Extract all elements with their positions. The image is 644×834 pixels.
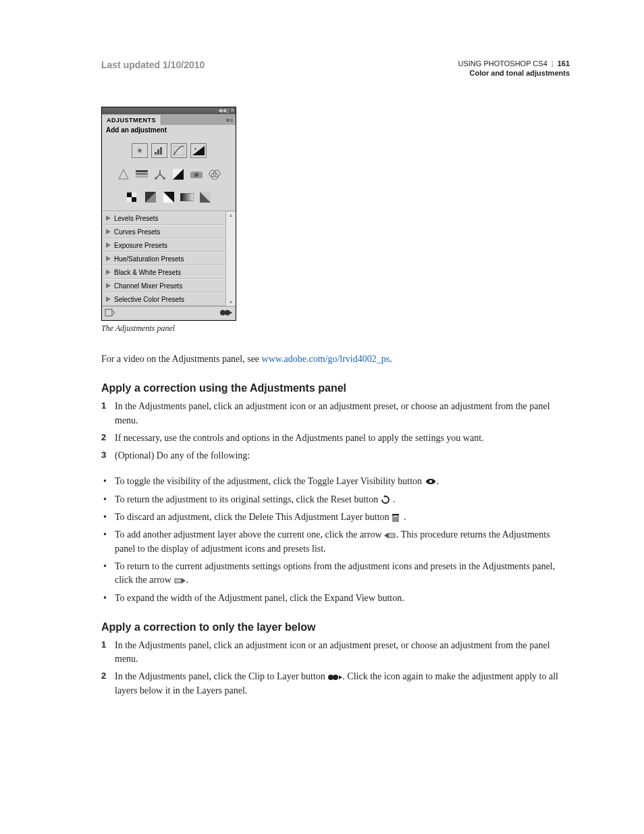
figure-caption: The Adjustments panel: [101, 323, 570, 334]
scrollbar: ▴ ▾: [225, 211, 236, 306]
photo-filter-icon: [189, 167, 204, 181]
forward-arrow-icon: [173, 575, 186, 585]
selective-color-icon: [198, 190, 213, 204]
preset-row: Selective Color Presets: [102, 292, 225, 306]
vibrance-icon: [116, 167, 131, 181]
panel-menu-icon: ▾≡: [223, 115, 236, 125]
svg-rect-19: [127, 192, 132, 197]
eye-icon: [425, 477, 437, 486]
black-white-icon: [171, 167, 186, 181]
svg-rect-22: [132, 197, 136, 202]
back-arrow-icon: [384, 530, 396, 540]
preset-row: Levels Presets: [102, 211, 225, 225]
step-item: In the Adjustments panel, click an adjus…: [101, 639, 570, 667]
svg-marker-35: [106, 283, 111, 288]
svg-point-10: [155, 177, 157, 180]
close-icon: ✕: [230, 108, 235, 113]
svg-rect-8: [136, 173, 148, 175]
svg-rect-9: [136, 176, 148, 178]
invert-icon: [125, 190, 140, 204]
svg-marker-31: [106, 229, 111, 234]
svg-rect-27: [180, 193, 194, 201]
bullet-item: To return to the current adjustments set…: [101, 560, 570, 588]
svg-marker-30: [106, 215, 111, 221]
svg-point-39: [225, 310, 230, 315]
svg-point-11: [163, 177, 165, 180]
clip-icon: [327, 672, 342, 681]
svg-rect-3: [173, 146, 184, 155]
video-link[interactable]: www.adobe.com/go/lrvid4002_ps: [262, 354, 390, 364]
svg-rect-2: [160, 147, 162, 155]
step-item: In the Adjustments panel, click the Clip…: [101, 670, 570, 698]
product-name: USING PHOTOSHOP CS4: [458, 59, 547, 68]
reset-icon: [381, 495, 393, 504]
svg-rect-37: [105, 309, 112, 316]
levels-icon: [151, 143, 167, 158]
scroll-up-icon: ▴: [226, 212, 236, 218]
hue-saturation-icon: [134, 167, 149, 181]
svg-rect-7: [136, 170, 148, 172]
step-item: In the Adjustments panel, click an adjus…: [101, 400, 570, 427]
svg-marker-42: [383, 495, 385, 498]
section-heading: Apply a correction to only the layer bel…: [101, 621, 570, 633]
section-heading: Apply a correction using the Adjustments…: [101, 382, 570, 394]
svg-rect-44: [392, 514, 399, 515]
section-name: Color and tonal adjustments: [458, 69, 570, 77]
panel-heading: Add an adjustment: [102, 125, 236, 135]
svg-marker-6: [119, 170, 128, 179]
intro-text: For a video on the Adjustments panel, se…: [101, 353, 570, 366]
divider-icon: |: [227, 108, 229, 113]
panel-tab: ADJUSTMENTS: [102, 115, 161, 125]
svg-point-53: [333, 675, 338, 680]
posterize-icon: [143, 190, 158, 204]
preset-row: Black & White Presets: [102, 265, 225, 279]
svg-marker-32: [106, 242, 111, 248]
channel-mixer-icon: [207, 167, 222, 181]
svg-rect-49: [388, 533, 395, 538]
curves-icon: [171, 143, 187, 158]
svg-rect-20: [132, 192, 136, 197]
svg-text:+: +: [194, 146, 197, 152]
clip-to-layer-icon: [219, 309, 233, 318]
collapse-icon: ◀◀: [218, 108, 226, 113]
bullet-item: To toggle the visibility of the adjustme…: [101, 475, 570, 488]
svg-rect-50: [175, 579, 182, 583]
preset-row: Channel Mixer Presets: [102, 279, 225, 292]
brightness-contrast-icon: ☀: [132, 143, 148, 158]
threshold-icon: [161, 190, 176, 204]
svg-marker-36: [106, 296, 111, 302]
svg-rect-21: [127, 197, 132, 202]
step-item: If necessary, use the controls and optio…: [101, 432, 570, 445]
gradient-map-icon: [180, 190, 194, 204]
preset-row: Exposure Presets: [102, 238, 225, 252]
svg-point-41: [429, 480, 432, 483]
bullet-item: To add another adjustment layer above th…: [101, 528, 570, 556]
page-number: 161: [558, 59, 570, 68]
exposure-icon: +: [190, 143, 207, 158]
svg-rect-1: [157, 149, 159, 155]
bullet-item: To return the adjustment to its original…: [101, 493, 570, 506]
bullet-item: To expand the width of the Adjustment pa…: [101, 592, 570, 605]
expand-view-icon: [105, 309, 115, 318]
step-item: (Optional) Do any of the following:: [101, 449, 570, 463]
trash-icon: [392, 513, 404, 522]
svg-marker-48: [384, 533, 388, 538]
bullet-item: To discard an adjustment, click the Dele…: [101, 511, 570, 524]
panel-titlebar: ◀◀ | ✕: [102, 107, 236, 114]
scroll-down-icon: ▾: [226, 299, 236, 305]
color-balance-icon: [153, 167, 167, 181]
svg-rect-0: [155, 152, 157, 155]
svg-point-38: [220, 310, 225, 315]
svg-marker-33: [106, 256, 111, 261]
svg-point-52: [328, 675, 333, 680]
separator: |: [552, 59, 554, 68]
svg-marker-34: [106, 269, 111, 275]
preset-row: Hue/Saturation Presets: [102, 252, 225, 265]
preset-row: Curves Presets: [102, 225, 225, 238]
adjustments-panel-figure: ◀◀ | ✕ ADJUSTMENTS ▾≡ Add an adjustment …: [101, 107, 236, 321]
last-updated: Last updated 1/10/2010: [101, 59, 205, 70]
svg-point-15: [194, 173, 198, 177]
